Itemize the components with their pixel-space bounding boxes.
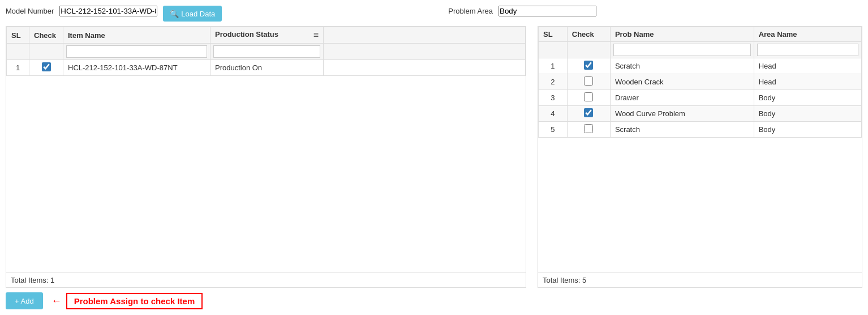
load-data-button[interactable]: 🔍 Load Data bbox=[163, 6, 222, 22]
right-row2-check bbox=[567, 74, 610, 90]
right-row2-area-name: Head bbox=[754, 74, 861, 90]
right-row1-sl: 1 bbox=[539, 58, 568, 74]
add-btn-label: + Add bbox=[15, 297, 34, 305]
right-table-outer: SL Check Prob Name Area Name bbox=[538, 27, 862, 287]
right-panel: SL Check Prob Name Area Name bbox=[538, 26, 862, 288]
left-row1-check bbox=[29, 60, 63, 76]
right-row5-checkbox[interactable] bbox=[584, 124, 593, 133]
right-filter-row bbox=[539, 42, 862, 58]
right-row4-checkbox[interactable] bbox=[584, 108, 593, 117]
right-filter-prob-name bbox=[610, 42, 754, 58]
load-btn-label: Load Data bbox=[181, 10, 215, 18]
left-controls: Model Number bbox=[6, 6, 157, 16]
left-filter-item-name bbox=[63, 44, 210, 60]
right-row2-sl: 2 bbox=[539, 74, 568, 90]
arrow-icon: ← bbox=[51, 295, 62, 307]
problem-area-input[interactable] bbox=[499, 6, 596, 16]
left-filter-spacer bbox=[324, 44, 526, 60]
menu-icon[interactable]: ≡ bbox=[313, 30, 319, 40]
left-col-sl: SL bbox=[7, 27, 29, 44]
left-filter-item-input[interactable] bbox=[66, 45, 207, 58]
left-filter-sl bbox=[7, 44, 29, 60]
left-row1-sl: 1 bbox=[7, 60, 29, 76]
right-row3-checkbox[interactable] bbox=[584, 92, 593, 101]
right-row4-prob-name: Wood Curve Problem bbox=[610, 106, 754, 122]
right-tbody: 1 Scratch Head 2 Wooden Crack Head 3 Dra… bbox=[539, 58, 862, 138]
right-row3-sl: 3 bbox=[539, 90, 568, 106]
left-filter-check bbox=[29, 44, 63, 60]
right-filter-prob-input[interactable] bbox=[613, 44, 751, 56]
table-row: 2 Wooden Crack Head bbox=[539, 74, 862, 90]
right-row5-sl: 5 bbox=[539, 122, 568, 138]
table-row: 5 Scratch Body bbox=[539, 122, 862, 138]
right-row5-area-name: Body bbox=[754, 122, 861, 138]
right-filter-area-name bbox=[754, 42, 861, 58]
problem-area-label: Problem Area bbox=[448, 7, 493, 15]
right-row2-checkbox[interactable] bbox=[584, 76, 593, 86]
right-filter-sl bbox=[539, 42, 568, 58]
left-tbody: 1 HCL-212-152-101-33A-WD-87NT Production… bbox=[7, 60, 526, 76]
right-col-area-name: Area Name bbox=[754, 27, 861, 42]
table-row: 1 Scratch Head bbox=[539, 58, 862, 74]
right-row4-check bbox=[567, 106, 610, 122]
bottom-bar: + Add ← Problem Assign to check Item bbox=[6, 292, 862, 309]
right-row3-check bbox=[567, 90, 610, 106]
left-filter-row bbox=[7, 44, 526, 60]
table-row: 3 Drawer Body bbox=[539, 90, 862, 106]
problem-assign-label: Problem Assign to check Item bbox=[66, 293, 203, 309]
right-header-row: SL Check Prob Name Area Name bbox=[539, 27, 862, 42]
left-header-row: SL Check Item Name Production Status bbox=[7, 27, 526, 44]
left-filter-status-input[interactable] bbox=[213, 45, 320, 58]
left-table-scroll[interactable]: SL Check Item Name Production Status bbox=[6, 27, 526, 273]
left-row1-checkbox[interactable] bbox=[42, 62, 51, 71]
left-col-production-status: Production Status ≡ bbox=[210, 27, 324, 44]
right-col-sl: SL bbox=[539, 27, 568, 42]
left-grid-table: SL Check Item Name Production Status bbox=[6, 27, 526, 76]
right-row1-checkbox[interactable] bbox=[584, 61, 593, 70]
left-col-check: Check bbox=[29, 27, 63, 44]
right-col-check: Check bbox=[567, 27, 610, 42]
right-col-prob-name: Prob Name bbox=[610, 27, 754, 42]
table-row: 4 Wood Curve Problem Body bbox=[539, 106, 862, 122]
left-col-spacer bbox=[324, 27, 526, 44]
right-row4-sl: 4 bbox=[539, 106, 568, 122]
right-filter-check bbox=[567, 42, 610, 58]
top-controls: Model Number 🔍 Load Data Problem Area bbox=[6, 6, 862, 22]
main-container: Model Number 🔍 Load Data Problem Area bbox=[0, 0, 868, 315]
right-row4-area-name: Body bbox=[754, 106, 861, 122]
left-row1-production-status: Production On bbox=[210, 60, 324, 76]
right-row3-prob-name: Drawer bbox=[610, 90, 754, 106]
right-row1-check bbox=[567, 58, 610, 74]
right-row5-check bbox=[567, 122, 610, 138]
left-row1-spacer bbox=[324, 60, 526, 76]
right-row1-area-name: Head bbox=[754, 58, 861, 74]
right-controls: Problem Area bbox=[448, 6, 596, 16]
left-total-items: Total Items: 1 bbox=[6, 273, 526, 287]
left-table-outer: SL Check Item Name Production Status bbox=[6, 27, 526, 287]
right-table-scroll[interactable]: SL Check Prob Name Area Name bbox=[538, 27, 862, 273]
model-number-label: Model Number bbox=[6, 7, 54, 15]
left-panel: SL Check Item Name Production Status bbox=[6, 26, 526, 288]
left-filter-production-status bbox=[210, 44, 324, 60]
add-button[interactable]: + Add bbox=[6, 292, 43, 309]
left-row1-item-name: HCL-212-152-101-33A-WD-87NT bbox=[63, 60, 210, 76]
search-icon: 🔍 bbox=[170, 10, 179, 18]
table-row: 1 HCL-212-152-101-33A-WD-87NT Production… bbox=[7, 60, 526, 76]
right-grid-table: SL Check Prob Name Area Name bbox=[538, 27, 862, 138]
panels-row: SL Check Item Name Production Status bbox=[6, 26, 862, 288]
left-col-item-name: Item Name bbox=[63, 27, 210, 44]
right-row3-area-name: Body bbox=[754, 90, 861, 106]
right-filter-area-input[interactable] bbox=[757, 44, 858, 56]
model-number-input[interactable] bbox=[59, 6, 157, 16]
right-total-items: Total Items: 5 bbox=[538, 273, 862, 287]
arrow-label-container: ← Problem Assign to check Item bbox=[51, 293, 203, 309]
right-row5-prob-name: Scratch bbox=[610, 122, 754, 138]
right-row2-prob-name: Wooden Crack bbox=[610, 74, 754, 90]
right-row1-prob-name: Scratch bbox=[610, 58, 754, 74]
